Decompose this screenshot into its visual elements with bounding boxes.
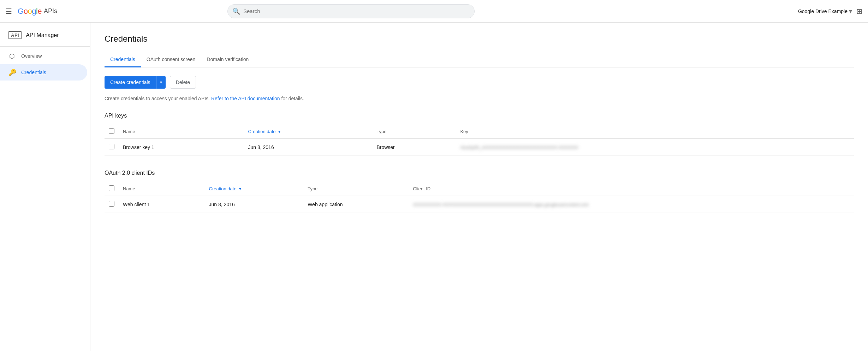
api-badge: API — [8, 31, 22, 39]
api-key-row-date: Jun 8, 2016 — [244, 139, 373, 156]
sidebar-manager-label: API Manager — [26, 32, 59, 38]
project-name: Google Drive Example — [798, 8, 848, 14]
api-keys-header-row: Name Creation date ▾ Type Key — [105, 125, 854, 139]
api-doc-link[interactable]: Refer to the API documentation — [211, 96, 280, 101]
api-keys-section-title: API keys — [105, 113, 854, 119]
sort-arrow-icon: ▾ — [278, 129, 280, 134]
oauth-clients-select-all-checkbox[interactable] — [109, 185, 114, 191]
oauth-client-row: Web client 1 Jun 8, 2016 Web application… — [105, 196, 854, 213]
api-keys-col-type: Type — [372, 125, 456, 139]
page-title: Credentials — [105, 34, 854, 44]
oauth-clients-col-type: Type — [303, 182, 409, 196]
oauth-client-row-date: Jun 8, 2016 — [205, 196, 304, 213]
oauth-client-row-id: XXXXXXXXXX-XXXXXXXXXXXXXXXXXXXXXXXXXXXXX… — [409, 196, 854, 213]
oauth-client-row-checkbox-cell — [105, 196, 119, 213]
api-keys-table: Name Creation date ▾ Type Key — [105, 125, 854, 156]
search-box: 🔍 — [227, 4, 475, 18]
search-input[interactable] — [227, 4, 475, 18]
oauth-clients-col-client-id: Client ID — [409, 182, 854, 196]
oauth-clients-col-creation-date[interactable]: Creation date ▾ — [205, 182, 304, 196]
credentials-icon: 🔑 — [8, 69, 16, 76]
search-icon: 🔍 — [232, 7, 240, 15]
main-content: Credentials Credentials OAuth consent sc… — [90, 23, 868, 351]
api-key-row: Browser key 1 Jun 8, 2016 Browser AIzaSy… — [105, 139, 854, 156]
menu-icon[interactable]: ☰ — [6, 7, 12, 16]
info-text: Create credentials to access your enable… — [105, 96, 854, 101]
oauth-client-row-checkbox[interactable] — [109, 201, 114, 207]
oauth-clients-section: OAuth 2.0 client IDs Name Creation date … — [105, 170, 854, 213]
sidebar-item-overview[interactable]: ⬡ Overview — [0, 48, 87, 64]
tab-oauth[interactable]: OAuth consent screen — [141, 52, 201, 67]
create-credentials-label: Create credentials — [105, 76, 156, 89]
sidebar-item-label-overview: Overview — [21, 53, 42, 59]
sidebar-item-label-credentials: Credentials — [21, 70, 46, 75]
topbar-right: Google Drive Example ▾ ⊞ — [798, 7, 862, 16]
oauth-client-row-type: Web application — [303, 196, 409, 213]
api-key-row-name: Browser key 1 — [119, 139, 244, 156]
api-key-row-checkbox-cell — [105, 139, 119, 156]
create-button-arrow[interactable]: ▾ — [156, 76, 166, 89]
sidebar: API API Manager ⬡ Overview 🔑 Credentials — [0, 23, 90, 351]
api-keys-col-name: Name — [119, 125, 244, 139]
oauth-sort-arrow-icon: ▾ — [239, 186, 241, 191]
oauth-clients-header-row: Name Creation date ▾ Type Client ID — [105, 182, 854, 196]
grid-icon[interactable]: ⊞ — [856, 7, 862, 16]
api-keys-col-key: Key — [456, 125, 854, 139]
oauth-client-id-value: XXXXXXXXXX-XXXXXXXXXXXXXXXXXXXXXXXXXXXXX… — [413, 202, 589, 207]
oauth-client-row-name: Web client 1 — [119, 196, 205, 213]
topbar: ☰ Google APIs 🔍 Google Drive Example ▾ ⊞ — [0, 0, 868, 23]
product-name: APIs — [44, 7, 57, 15]
overview-icon: ⬡ — [8, 52, 16, 60]
tab-domain[interactable]: Domain verification — [201, 52, 254, 67]
sidebar-item-credentials[interactable]: 🔑 Credentials — [0, 64, 87, 81]
api-keys-select-all-col — [105, 125, 119, 139]
toolbar: Create credentials ▾ Delete — [105, 76, 854, 89]
api-keys-section: API keys Name Creation date ▾ Type Key — [105, 113, 854, 156]
tab-credentials[interactable]: Credentials — [105, 52, 141, 67]
project-selector[interactable]: Google Drive Example ▾ — [798, 7, 852, 15]
api-key-value: AIzaSyD0_xXXXXXXXXXXXXXXXXXXXXXXXXXX-XXX… — [460, 145, 578, 150]
google-logo: Google — [18, 7, 42, 16]
api-key-row-checkbox[interactable] — [109, 144, 114, 149]
oauth-clients-select-all-col — [105, 182, 119, 196]
sidebar-header: API API Manager — [0, 25, 90, 45]
api-keys-select-all-checkbox[interactable] — [109, 128, 114, 134]
oauth-clients-section-title: OAuth 2.0 client IDs — [105, 170, 854, 176]
tabs: Credentials OAuth consent screen Domain … — [105, 52, 854, 67]
api-keys-col-creation-date[interactable]: Creation date ▾ — [244, 125, 373, 139]
api-key-row-type: Browser — [372, 139, 456, 156]
oauth-clients-table: Name Creation date ▾ Type Client ID — [105, 182, 854, 213]
info-before-link: Create credentials to access your enable… — [105, 96, 210, 101]
create-credentials-button[interactable]: Create credentials ▾ — [105, 76, 166, 89]
info-after-link: for details. — [281, 96, 304, 101]
api-key-row-key: AIzaSyD0_xXXXXXXXXXXXXXXXXXXXXXXXXXX-XXX… — [456, 139, 854, 156]
layout: API API Manager ⬡ Overview 🔑 Credentials… — [0, 23, 868, 351]
project-dropdown-arrow: ▾ — [849, 7, 852, 15]
sidebar-divider — [0, 46, 90, 47]
oauth-clients-col-name: Name — [119, 182, 205, 196]
delete-button[interactable]: Delete — [170, 76, 196, 89]
